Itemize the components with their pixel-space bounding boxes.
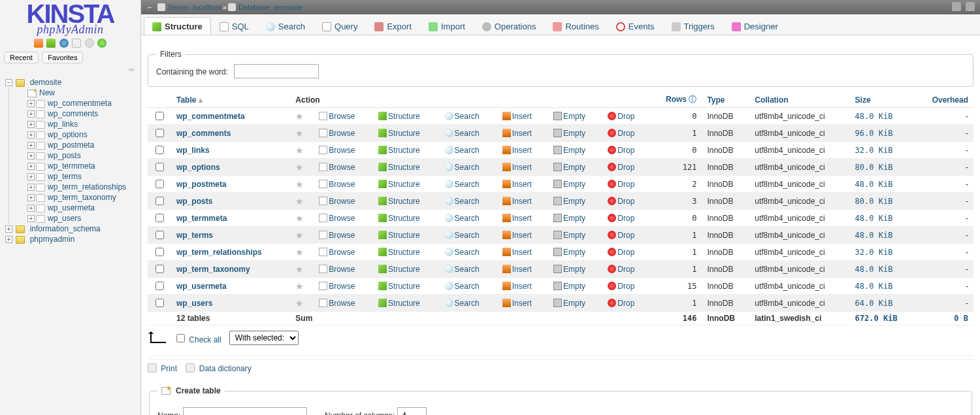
drop-link[interactable]: Drop	[617, 299, 634, 308]
db-link[interactable]: demosite	[30, 78, 62, 87]
db-link[interactable]: phpmyadmin	[30, 235, 75, 244]
tree-expand-icon[interactable]: +	[5, 225, 12, 233]
tab-operations[interactable]: Operations	[474, 17, 545, 35]
col-rows[interactable]: Rows ⓘ	[651, 92, 702, 108]
table-link[interactable]: wp_terms	[48, 172, 82, 181]
search-link[interactable]: Search	[455, 163, 480, 172]
table-link[interactable]: wp_commentmeta	[48, 99, 112, 108]
drop-link[interactable]: Drop	[617, 146, 634, 155]
structure-link[interactable]: Structure	[388, 197, 420, 206]
empty-link[interactable]: Empty	[563, 214, 585, 223]
tab-triggers[interactable]: Triggers	[663, 17, 723, 35]
table-link[interactable]: wp_usermeta	[48, 203, 95, 212]
tab-routines[interactable]: Routines	[544, 17, 607, 35]
table-link[interactable]: wp_term_taxonomy	[48, 193, 116, 202]
empty-link[interactable]: Empty	[563, 231, 585, 240]
search-link[interactable]: Search	[455, 248, 480, 257]
insert-link[interactable]: Insert	[512, 231, 532, 240]
row-checkbox[interactable]	[155, 129, 164, 137]
tree-table-wp_commentmeta[interactable]: +wp_commentmeta	[13, 98, 139, 108]
tab-sql[interactable]: SQL	[211, 17, 257, 35]
structure-link[interactable]: Structure	[388, 163, 420, 172]
favorite-icon[interactable]: ★	[295, 230, 304, 241]
tab-structure[interactable]: Structure	[144, 17, 211, 35]
row-checkbox[interactable]	[155, 248, 164, 256]
empty-link[interactable]: Empty	[563, 282, 585, 291]
table-name-link[interactable]: wp_term_relationships	[176, 248, 262, 257]
row-checkbox[interactable]	[155, 197, 164, 205]
insert-link[interactable]: Insert	[512, 146, 532, 155]
drop-link[interactable]: Drop	[617, 112, 634, 121]
tree-db-information-schema[interactable]: + information_schema	[1, 224, 139, 234]
empty-link[interactable]: Empty	[563, 146, 585, 155]
row-checkbox[interactable]	[155, 163, 164, 171]
structure-link[interactable]: Structure	[388, 180, 420, 189]
structure-link[interactable]: Structure	[388, 112, 420, 121]
reload-icon[interactable]	[97, 39, 106, 48]
tab-query[interactable]: Query	[314, 17, 366, 35]
restore-icon[interactable]	[966, 2, 975, 11]
crumb-database[interactable]: Database: demosite	[238, 3, 302, 11]
settings-icon[interactable]	[85, 39, 94, 48]
table-name-link[interactable]: wp_postmeta	[176, 180, 227, 189]
tree-expand-icon[interactable]: +	[27, 173, 35, 180]
row-checkbox[interactable]	[155, 231, 164, 239]
table-link[interactable]: wp_users	[48, 214, 81, 223]
empty-link[interactable]: Empty	[563, 299, 585, 308]
tree-expand-icon[interactable]: +	[27, 163, 35, 170]
crumb-server[interactable]: Server: localhost	[168, 3, 221, 11]
favorite-icon[interactable]: ★	[295, 196, 304, 207]
tree-expand-icon[interactable]: +	[27, 121, 35, 128]
drop-link[interactable]: Drop	[617, 129, 634, 138]
table-name-link[interactable]: wp_comments	[176, 129, 231, 138]
tree-table-wp_postmeta[interactable]: +wp_postmeta	[13, 140, 139, 150]
favorite-icon[interactable]: ★	[295, 145, 304, 156]
create-cols-input[interactable]	[397, 407, 427, 415]
home-icon[interactable]	[34, 39, 43, 48]
tab-search[interactable]: Search	[257, 17, 314, 35]
insert-link[interactable]: Insert	[512, 299, 532, 308]
table-name-link[interactable]: wp_links	[176, 146, 210, 155]
favorite-icon[interactable]: ★	[295, 264, 304, 274]
tree-expand-icon[interactable]: +	[27, 142, 35, 149]
browse-link[interactable]: Browse	[329, 282, 355, 291]
row-checkbox[interactable]	[155, 112, 164, 120]
empty-link[interactable]: Empty	[563, 265, 585, 274]
favorite-icon[interactable]: ★	[295, 247, 304, 257]
empty-link[interactable]: Empty	[563, 112, 585, 121]
tree-table-wp_posts[interactable]: +wp_posts	[13, 150, 139, 161]
structure-link[interactable]: Structure	[388, 231, 420, 240]
search-link[interactable]: Search	[455, 214, 480, 223]
collapse-nav-icon[interactable]: ←	[146, 3, 154, 11]
row-checkbox[interactable]	[155, 180, 164, 188]
search-link[interactable]: Search	[455, 112, 480, 121]
table-link[interactable]: wp_comments	[48, 109, 98, 118]
tree-new-table[interactable]: New	[13, 88, 139, 98]
table-link[interactable]: wp_term_relationships	[48, 182, 126, 191]
with-selected-select[interactable]: With selected:	[229, 331, 299, 345]
table-link[interactable]: wp_postmeta	[48, 141, 94, 150]
col-type[interactable]: Type	[702, 92, 749, 108]
empty-link[interactable]: Empty	[563, 180, 585, 189]
tab-export[interactable]: Export	[366, 17, 420, 35]
browse-link[interactable]: Browse	[329, 180, 355, 189]
favorite-icon[interactable]: ★	[295, 281, 304, 291]
docs-icon[interactable]	[59, 39, 69, 48]
drop-link[interactable]: Drop	[617, 197, 634, 206]
logout-icon[interactable]	[46, 39, 56, 48]
new-table-link[interactable]: New	[39, 88, 55, 97]
favorite-icon[interactable]: ★	[295, 298, 304, 308]
db-link[interactable]: information_schema	[30, 224, 101, 233]
table-name-link[interactable]: wp_posts	[176, 197, 212, 206]
browse-link[interactable]: Browse	[329, 112, 355, 121]
empty-link[interactable]: Empty	[563, 248, 585, 257]
search-link[interactable]: Search	[455, 299, 480, 308]
tree-expand-icon[interactable]: +	[27, 100, 35, 107]
gear-icon[interactable]	[952, 2, 961, 11]
table-name-link[interactable]: wp_options	[176, 163, 220, 172]
structure-link[interactable]: Structure	[388, 214, 420, 223]
drop-link[interactable]: Drop	[617, 180, 634, 189]
favorite-icon[interactable]: ★	[295, 179, 304, 190]
insert-link[interactable]: Insert	[512, 163, 532, 172]
print-link[interactable]: Print	[161, 364, 177, 373]
